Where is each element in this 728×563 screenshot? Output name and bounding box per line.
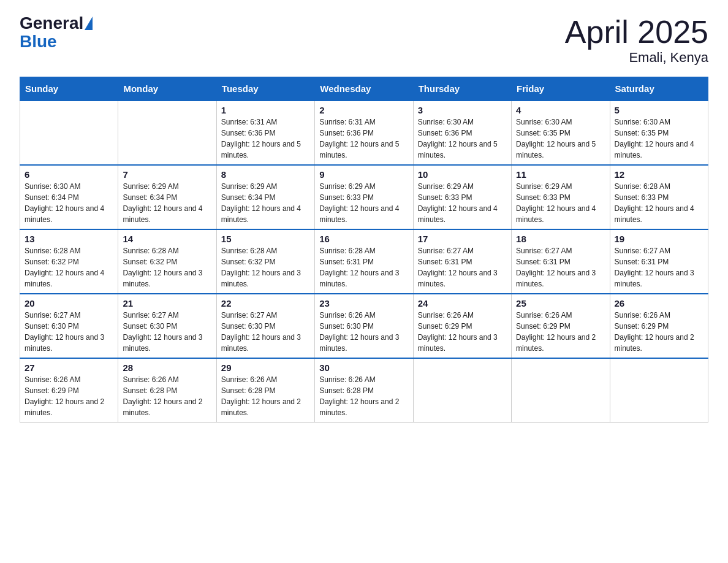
calendar-week-row: 13Sunrise: 6:28 AM Sunset: 6:32 PM Dayli… [20, 229, 708, 294]
day-number: 15 [221, 234, 310, 244]
calendar-cell: 10Sunrise: 6:29 AM Sunset: 6:33 PM Dayli… [413, 165, 511, 229]
day-detail: Sunrise: 6:27 AM Sunset: 6:30 PM Dayligh… [123, 310, 211, 354]
day-number: 13 [25, 234, 113, 244]
calendar-cell [413, 358, 511, 423]
day-detail: Sunrise: 6:28 AM Sunset: 6:31 PM Dayligh… [319, 245, 408, 289]
day-detail: Sunrise: 6:28 AM Sunset: 6:33 PM Dayligh… [615, 181, 703, 225]
day-number: 12 [615, 169, 703, 180]
logo-blue-text: Blue [20, 32, 57, 52]
calendar-cell: 29Sunrise: 6:26 AM Sunset: 6:28 PM Dayli… [216, 358, 314, 423]
day-detail: Sunrise: 6:29 AM Sunset: 6:33 PM Dayligh… [418, 181, 507, 225]
day-detail: Sunrise: 6:27 AM Sunset: 6:30 PM Dayligh… [25, 310, 113, 354]
calendar-cell: 12Sunrise: 6:28 AM Sunset: 6:33 PM Dayli… [610, 165, 708, 229]
header-tuesday: Tuesday [216, 77, 314, 101]
calendar-cell: 9Sunrise: 6:29 AM Sunset: 6:33 PM Daylig… [315, 165, 413, 229]
calendar-cell: 4Sunrise: 6:30 AM Sunset: 6:35 PM Daylig… [512, 101, 610, 165]
day-detail: Sunrise: 6:29 AM Sunset: 6:34 PM Dayligh… [123, 181, 211, 225]
calendar-cell: 22Sunrise: 6:27 AM Sunset: 6:30 PM Dayli… [216, 294, 314, 358]
day-detail: Sunrise: 6:31 AM Sunset: 6:36 PM Dayligh… [221, 117, 310, 161]
calendar-location: Emali, Kenya [565, 50, 708, 66]
day-number: 21 [123, 298, 211, 308]
header-sunday: Sunday [20, 77, 118, 101]
day-detail: Sunrise: 6:26 AM Sunset: 6:28 PM Dayligh… [221, 374, 310, 418]
calendar-week-row: 1Sunrise: 6:31 AM Sunset: 6:36 PM Daylig… [20, 101, 708, 165]
day-number: 16 [319, 234, 408, 244]
day-number: 4 [516, 105, 605, 115]
day-number: 2 [319, 105, 408, 115]
logo: General Blue [20, 15, 93, 52]
title-block: April 2025 Emali, Kenya [565, 15, 708, 66]
day-number: 10 [418, 169, 507, 180]
top-bar: General Blue April 2025 Emali, Kenya [20, 15, 708, 66]
day-number: 17 [418, 234, 507, 244]
day-detail: Sunrise: 6:26 AM Sunset: 6:28 PM Dayligh… [319, 374, 408, 418]
calendar-week-row: 27Sunrise: 6:26 AM Sunset: 6:29 PM Dayli… [20, 358, 708, 423]
header-thursday: Thursday [413, 77, 511, 101]
day-number: 30 [319, 362, 408, 373]
day-detail: Sunrise: 6:26 AM Sunset: 6:29 PM Dayligh… [516, 310, 605, 354]
logo-general-text: General [20, 15, 83, 32]
day-detail: Sunrise: 6:31 AM Sunset: 6:36 PM Dayligh… [319, 117, 408, 161]
calendar-cell [118, 101, 216, 165]
header-monday: Monday [118, 77, 216, 101]
day-detail: Sunrise: 6:30 AM Sunset: 6:35 PM Dayligh… [516, 117, 605, 161]
calendar-cell [610, 358, 708, 423]
calendar-week-row: 6Sunrise: 6:30 AM Sunset: 6:34 PM Daylig… [20, 165, 708, 229]
calendar-cell [512, 358, 610, 423]
day-detail: Sunrise: 6:30 AM Sunset: 6:36 PM Dayligh… [418, 117, 507, 161]
day-detail: Sunrise: 6:30 AM Sunset: 6:34 PM Dayligh… [25, 181, 113, 225]
day-number: 18 [516, 234, 605, 244]
day-number: 28 [123, 362, 211, 373]
day-detail: Sunrise: 6:29 AM Sunset: 6:33 PM Dayligh… [319, 181, 408, 225]
day-number: 6 [25, 169, 113, 180]
day-number: 3 [418, 105, 507, 115]
calendar-cell: 15Sunrise: 6:28 AM Sunset: 6:32 PM Dayli… [216, 229, 314, 294]
day-detail: Sunrise: 6:26 AM Sunset: 6:28 PM Dayligh… [123, 374, 211, 418]
calendar-cell: 16Sunrise: 6:28 AM Sunset: 6:31 PM Dayli… [315, 229, 413, 294]
day-number: 9 [319, 169, 408, 180]
day-number: 25 [516, 298, 605, 308]
calendar-cell: 6Sunrise: 6:30 AM Sunset: 6:34 PM Daylig… [20, 165, 118, 229]
calendar-cell: 23Sunrise: 6:26 AM Sunset: 6:30 PM Dayli… [315, 294, 413, 358]
day-number: 19 [615, 234, 703, 244]
logo-text: General [20, 15, 93, 32]
calendar-cell: 2Sunrise: 6:31 AM Sunset: 6:36 PM Daylig… [315, 101, 413, 165]
calendar-cell: 30Sunrise: 6:26 AM Sunset: 6:28 PM Dayli… [315, 358, 413, 423]
calendar-cell: 8Sunrise: 6:29 AM Sunset: 6:34 PM Daylig… [216, 165, 314, 229]
day-detail: Sunrise: 6:27 AM Sunset: 6:31 PM Dayligh… [418, 245, 507, 289]
calendar-cell: 27Sunrise: 6:26 AM Sunset: 6:29 PM Dayli… [20, 358, 118, 423]
day-number: 1 [221, 105, 310, 115]
calendar-cell: 19Sunrise: 6:27 AM Sunset: 6:31 PM Dayli… [610, 229, 708, 294]
day-detail: Sunrise: 6:28 AM Sunset: 6:32 PM Dayligh… [25, 245, 113, 289]
header-wednesday: Wednesday [315, 77, 413, 101]
day-detail: Sunrise: 6:26 AM Sunset: 6:29 PM Dayligh… [418, 310, 507, 354]
day-detail: Sunrise: 6:28 AM Sunset: 6:32 PM Dayligh… [123, 245, 211, 289]
day-detail: Sunrise: 6:27 AM Sunset: 6:31 PM Dayligh… [516, 245, 605, 289]
day-detail: Sunrise: 6:27 AM Sunset: 6:31 PM Dayligh… [615, 245, 703, 289]
calendar-cell: 20Sunrise: 6:27 AM Sunset: 6:30 PM Dayli… [20, 294, 118, 358]
calendar-cell [20, 101, 118, 165]
calendar-cell: 13Sunrise: 6:28 AM Sunset: 6:32 PM Dayli… [20, 229, 118, 294]
day-number: 29 [221, 362, 310, 373]
day-detail: Sunrise: 6:26 AM Sunset: 6:29 PM Dayligh… [25, 374, 113, 418]
calendar-cell: 1Sunrise: 6:31 AM Sunset: 6:36 PM Daylig… [216, 101, 314, 165]
header-friday: Friday [512, 77, 610, 101]
calendar-cell: 17Sunrise: 6:27 AM Sunset: 6:31 PM Dayli… [413, 229, 511, 294]
calendar-cell: 25Sunrise: 6:26 AM Sunset: 6:29 PM Dayli… [512, 294, 610, 358]
day-number: 7 [123, 169, 211, 180]
day-number: 23 [319, 298, 408, 308]
calendar-week-row: 20Sunrise: 6:27 AM Sunset: 6:30 PM Dayli… [20, 294, 708, 358]
day-detail: Sunrise: 6:27 AM Sunset: 6:30 PM Dayligh… [221, 310, 310, 354]
day-number: 26 [615, 298, 703, 308]
day-number: 27 [25, 362, 113, 373]
calendar-cell: 21Sunrise: 6:27 AM Sunset: 6:30 PM Dayli… [118, 294, 216, 358]
calendar-cell: 11Sunrise: 6:29 AM Sunset: 6:33 PM Dayli… [512, 165, 610, 229]
calendar-cell: 24Sunrise: 6:26 AM Sunset: 6:29 PM Dayli… [413, 294, 511, 358]
day-number: 20 [25, 298, 113, 308]
header-saturday: Saturday [610, 77, 708, 101]
day-detail: Sunrise: 6:29 AM Sunset: 6:33 PM Dayligh… [516, 181, 605, 225]
day-number: 5 [615, 105, 703, 115]
day-number: 14 [123, 234, 211, 244]
calendar-cell: 18Sunrise: 6:27 AM Sunset: 6:31 PM Dayli… [512, 229, 610, 294]
calendar-table: SundayMondayTuesdayWednesdayThursdayFrid… [20, 77, 708, 423]
